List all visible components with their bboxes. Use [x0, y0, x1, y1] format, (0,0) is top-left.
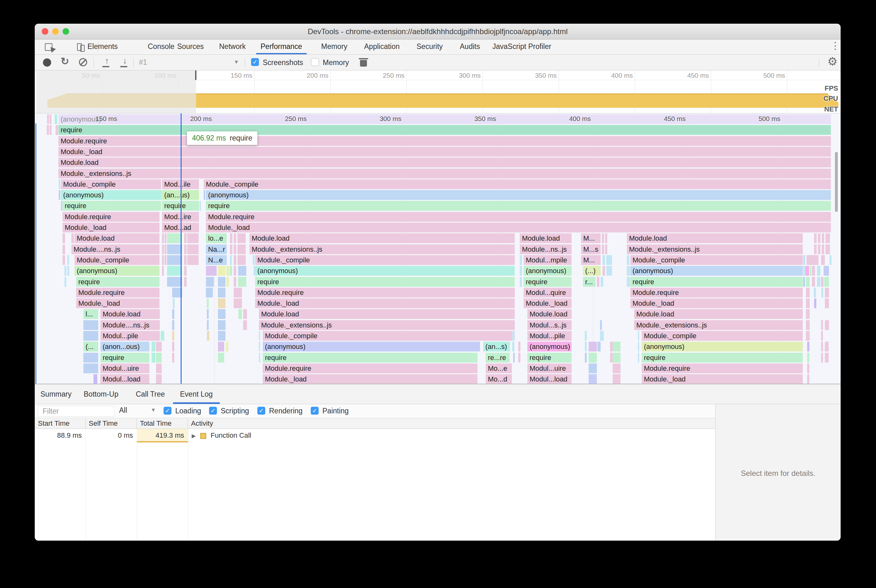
memory-label[interactable]: Memory — [323, 58, 349, 67]
flame-event-sliver[interactable] — [63, 244, 65, 254]
flame-event-sliver[interactable] — [821, 353, 823, 363]
flame-event-sliver[interactable] — [806, 298, 810, 308]
flame-event-sliver[interactable] — [821, 320, 823, 330]
tab-summary[interactable]: Summary — [40, 384, 71, 404]
flame-event-sliver[interactable] — [64, 277, 66, 287]
flame-event-sliver[interactable] — [165, 255, 166, 265]
flame-event-sliver[interactable] — [812, 266, 815, 276]
flame-event-sliver[interactable] — [602, 244, 604, 254]
flame-event-module-load[interactable]: Module.load — [259, 309, 515, 319]
flame-event-sliver[interactable] — [806, 277, 810, 287]
flame-event-sliver[interactable] — [160, 190, 162, 200]
flame-event-modul-load[interactable]: Modul...load — [100, 374, 149, 384]
overview-selection-handle[interactable] — [195, 70, 196, 80]
flame-event-sliver[interactable] — [172, 309, 174, 319]
flame-vertical-scrollbar[interactable] — [835, 152, 838, 212]
flame-event-sliver[interactable] — [825, 244, 830, 254]
duration-filter-dropdown-icon[interactable]: ▼ — [151, 407, 156, 413]
flame-event-modul-pile[interactable]: Modul...pile — [100, 331, 160, 341]
flame-event-require[interactable]: require — [263, 353, 477, 363]
more-options-icon[interactable]: ⋮ — [831, 40, 840, 51]
flame-event-sliver[interactable] — [814, 244, 817, 254]
flame-event-sliver[interactable] — [825, 298, 829, 308]
flame-event-mo-d[interactable]: Mo...d — [486, 374, 512, 384]
flame-event-sliver[interactable] — [63, 255, 65, 265]
flame-event-sliver[interactable] — [518, 353, 520, 363]
flame-event-sliver[interactable] — [184, 233, 187, 243]
flame-event-sliver[interactable] — [167, 266, 182, 276]
flame-event-sliver[interactable] — [67, 255, 69, 265]
flame-event-module-load[interactable]: Module.load — [634, 309, 803, 319]
flame-event-sliver[interactable] — [226, 342, 228, 351]
flame-event-sliver[interactable] — [83, 331, 98, 341]
flame-event-modul-mpile[interactable]: Modul...mpile — [524, 255, 572, 265]
flame-event-sliver[interactable] — [207, 331, 209, 341]
flame-event-mo-e[interactable]: Mo...e — [486, 363, 512, 373]
flame-event-sliver[interactable] — [234, 277, 236, 287]
flame-event-sliver[interactable] — [259, 353, 260, 363]
flame-event-sliver[interactable] — [67, 266, 69, 276]
flame-event-sliver[interactable] — [167, 255, 182, 265]
flame-event-sliver[interactable] — [512, 331, 514, 341]
flame-event-require[interactable]: require — [642, 353, 803, 363]
flame-event-sliver[interactable] — [613, 353, 621, 363]
flame-event-sliver[interactable] — [513, 353, 515, 363]
column-header-total-time[interactable]: Total Time — [137, 418, 188, 429]
flame-event-sliver[interactable] — [234, 288, 242, 297]
flame-event-sliver[interactable] — [613, 374, 621, 384]
flame-event-sliver[interactable] — [822, 244, 824, 254]
reload-and-profile-icon[interactable]: ↻ — [61, 55, 69, 67]
flame-event-sliver[interactable] — [812, 277, 815, 287]
flame-event-modul-uire[interactable]: Modul...uire — [100, 363, 149, 373]
flame-event-sliver[interactable] — [83, 363, 98, 373]
flame-event--anonymous-[interactable]: (anonymous) — [527, 342, 572, 351]
flame-event-m-[interactable]: M... — [581, 255, 601, 265]
flame-event-sliver[interactable] — [821, 277, 824, 287]
flame-event-module-load[interactable]: Module._load — [58, 147, 831, 157]
flame-event-m-[interactable]: M... — [581, 233, 601, 243]
flame-event-sliver[interactable] — [206, 277, 214, 287]
flame-event-sliver[interactable] — [243, 309, 247, 319]
flame-event-sliver[interactable] — [167, 233, 182, 243]
flame-event-sliver[interactable] — [207, 298, 209, 308]
flame-event-module-load[interactable]: Module.load — [249, 233, 515, 243]
flame-event-sliver[interactable] — [512, 342, 514, 351]
flame-event-sliver[interactable] — [55, 114, 57, 124]
load-profile-icon[interactable]: ↑ — [105, 57, 109, 65]
tab-audits[interactable]: Audits — [460, 39, 480, 53]
flame-event-module-load[interactable]: Module._load — [206, 223, 831, 232]
flame-event-sliver[interactable] — [600, 320, 602, 330]
flame-event-sliver[interactable] — [610, 342, 613, 351]
flame-event-sliver[interactable] — [234, 233, 236, 243]
flame-event-sliver[interactable] — [226, 266, 229, 276]
flame-event-sliver[interactable] — [810, 266, 811, 276]
column-header-start-time[interactable]: Start Time — [35, 418, 86, 429]
screenshots-checkbox[interactable]: ✓ — [251, 58, 259, 66]
flame-event-module-extensions-js[interactable]: Module._extensions..js — [634, 320, 803, 330]
flame-event-sliver[interactable] — [806, 331, 810, 341]
garbage-collect-icon-body[interactable] — [360, 60, 367, 67]
flame-event-module-require[interactable]: Module.require — [642, 363, 803, 373]
flame-event-sliver[interactable] — [71, 233, 74, 243]
flame-event-module-compile[interactable]: Module._compile — [204, 179, 831, 189]
flame-event-require[interactable]: require — [63, 201, 161, 211]
flame-event-sliver[interactable] — [613, 363, 621, 373]
flame-event-sliver[interactable] — [606, 266, 612, 276]
activity-cell[interactable]: ▶Function Call — [192, 429, 251, 442]
flame-event-require[interactable]: require — [76, 277, 159, 287]
flame-event-sliver[interactable] — [172, 320, 174, 330]
flame-event-module-compile[interactable]: Module._compile — [630, 255, 803, 265]
flame-event-sliver[interactable] — [518, 342, 520, 351]
flame-event-sliver[interactable] — [821, 255, 825, 265]
flame-event-sliver[interactable] — [234, 266, 236, 276]
flame-event-sliver[interactable] — [230, 266, 232, 276]
painting-checkbox-label[interactable]: Painting — [322, 407, 349, 415]
flame-event-sliver[interactable] — [50, 125, 51, 135]
flame-event-sliver[interactable] — [218, 320, 225, 330]
flame-event-sliver[interactable] — [259, 331, 260, 341]
flame-event-sliver[interactable] — [638, 331, 639, 341]
flame-event--[interactable]: (...) — [583, 266, 601, 276]
flame-event-sliver[interactable] — [50, 114, 51, 124]
flame-event-sliver[interactable] — [218, 277, 225, 287]
flame-event-sliver[interactable] — [156, 353, 162, 363]
